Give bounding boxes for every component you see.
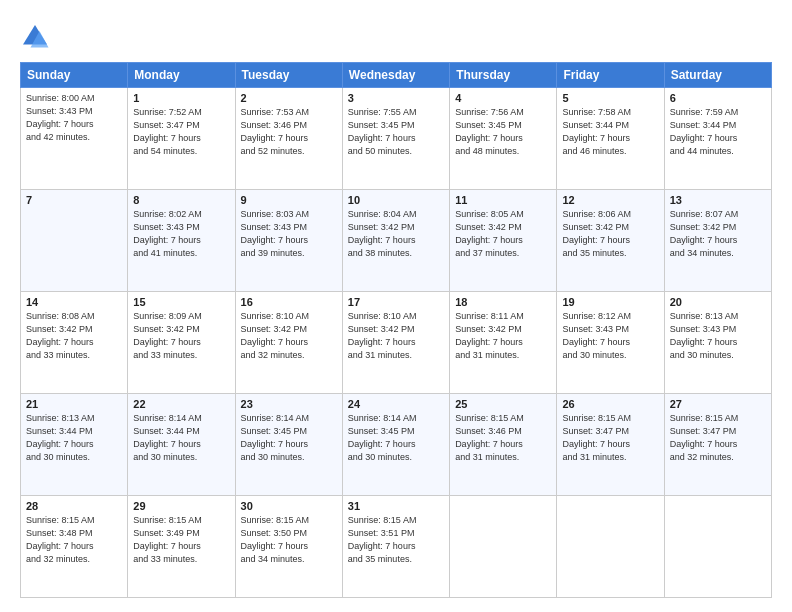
day-number: 10 — [348, 194, 444, 206]
day-number: 6 — [670, 92, 766, 104]
day-info: Sunrise: 8:14 AM Sunset: 3:45 PM Dayligh… — [241, 412, 337, 464]
calendar-cell: 19Sunrise: 8:12 AM Sunset: 3:43 PM Dayli… — [557, 292, 664, 394]
day-info: Sunrise: 8:00 AM Sunset: 3:43 PM Dayligh… — [26, 92, 122, 144]
day-number: 13 — [670, 194, 766, 206]
logo-icon — [20, 22, 50, 52]
calendar-cell: 6Sunrise: 7:59 AM Sunset: 3:44 PM Daylig… — [664, 88, 771, 190]
calendar-header-row: SundayMondayTuesdayWednesdayThursdayFrid… — [21, 63, 772, 88]
day-info: Sunrise: 7:58 AM Sunset: 3:44 PM Dayligh… — [562, 106, 658, 158]
header — [20, 18, 772, 52]
day-info: Sunrise: 8:03 AM Sunset: 3:43 PM Dayligh… — [241, 208, 337, 260]
calendar-week-row: Sunrise: 8:00 AM Sunset: 3:43 PM Dayligh… — [21, 88, 772, 190]
day-info: Sunrise: 8:14 AM Sunset: 3:44 PM Dayligh… — [133, 412, 229, 464]
day-info: Sunrise: 8:15 AM Sunset: 3:50 PM Dayligh… — [241, 514, 337, 566]
day-number: 25 — [455, 398, 551, 410]
calendar-cell: 10Sunrise: 8:04 AM Sunset: 3:42 PM Dayli… — [342, 190, 449, 292]
calendar-weekday: Tuesday — [235, 63, 342, 88]
day-info: Sunrise: 8:14 AM Sunset: 3:45 PM Dayligh… — [348, 412, 444, 464]
calendar-week-row: 78Sunrise: 8:02 AM Sunset: 3:43 PM Dayli… — [21, 190, 772, 292]
calendar-cell: 21Sunrise: 8:13 AM Sunset: 3:44 PM Dayli… — [21, 394, 128, 496]
day-info: Sunrise: 8:09 AM Sunset: 3:42 PM Dayligh… — [133, 310, 229, 362]
day-info: Sunrise: 8:15 AM Sunset: 3:47 PM Dayligh… — [670, 412, 766, 464]
day-number: 20 — [670, 296, 766, 308]
day-number: 9 — [241, 194, 337, 206]
day-info: Sunrise: 7:53 AM Sunset: 3:46 PM Dayligh… — [241, 106, 337, 158]
day-number: 18 — [455, 296, 551, 308]
day-number: 24 — [348, 398, 444, 410]
calendar-cell: 13Sunrise: 8:07 AM Sunset: 3:42 PM Dayli… — [664, 190, 771, 292]
day-info: Sunrise: 8:13 AM Sunset: 3:43 PM Dayligh… — [670, 310, 766, 362]
calendar-cell: 3Sunrise: 7:55 AM Sunset: 3:45 PM Daylig… — [342, 88, 449, 190]
calendar-weekday: Wednesday — [342, 63, 449, 88]
calendar-cell: 14Sunrise: 8:08 AM Sunset: 3:42 PM Dayli… — [21, 292, 128, 394]
calendar-cell: 2Sunrise: 7:53 AM Sunset: 3:46 PM Daylig… — [235, 88, 342, 190]
day-info: Sunrise: 8:12 AM Sunset: 3:43 PM Dayligh… — [562, 310, 658, 362]
calendar-cell: 7 — [21, 190, 128, 292]
day-info: Sunrise: 8:10 AM Sunset: 3:42 PM Dayligh… — [241, 310, 337, 362]
calendar-cell: 8Sunrise: 8:02 AM Sunset: 3:43 PM Daylig… — [128, 190, 235, 292]
calendar-weekday: Thursday — [450, 63, 557, 88]
calendar-weekday: Sunday — [21, 63, 128, 88]
day-number: 31 — [348, 500, 444, 512]
day-number: 1 — [133, 92, 229, 104]
day-number: 11 — [455, 194, 551, 206]
calendar-cell — [664, 496, 771, 598]
day-info: Sunrise: 8:11 AM Sunset: 3:42 PM Dayligh… — [455, 310, 551, 362]
day-info: Sunrise: 8:15 AM Sunset: 3:47 PM Dayligh… — [562, 412, 658, 464]
calendar-weekday: Friday — [557, 63, 664, 88]
calendar-cell: 17Sunrise: 8:10 AM Sunset: 3:42 PM Dayli… — [342, 292, 449, 394]
calendar-cell: 15Sunrise: 8:09 AM Sunset: 3:42 PM Dayli… — [128, 292, 235, 394]
day-number: 27 — [670, 398, 766, 410]
day-info: Sunrise: 8:05 AM Sunset: 3:42 PM Dayligh… — [455, 208, 551, 260]
day-number: 2 — [241, 92, 337, 104]
calendar-cell: 20Sunrise: 8:13 AM Sunset: 3:43 PM Dayli… — [664, 292, 771, 394]
day-info: Sunrise: 8:06 AM Sunset: 3:42 PM Dayligh… — [562, 208, 658, 260]
calendar-cell: 29Sunrise: 8:15 AM Sunset: 3:49 PM Dayli… — [128, 496, 235, 598]
calendar-cell: 9Sunrise: 8:03 AM Sunset: 3:43 PM Daylig… — [235, 190, 342, 292]
day-info: Sunrise: 8:10 AM Sunset: 3:42 PM Dayligh… — [348, 310, 444, 362]
day-number: 21 — [26, 398, 122, 410]
day-number: 30 — [241, 500, 337, 512]
day-info: Sunrise: 8:15 AM Sunset: 3:46 PM Dayligh… — [455, 412, 551, 464]
day-info: Sunrise: 7:56 AM Sunset: 3:45 PM Dayligh… — [455, 106, 551, 158]
calendar-week-row: 21Sunrise: 8:13 AM Sunset: 3:44 PM Dayli… — [21, 394, 772, 496]
logo — [20, 22, 54, 52]
day-info: Sunrise: 8:02 AM Sunset: 3:43 PM Dayligh… — [133, 208, 229, 260]
calendar-cell: 22Sunrise: 8:14 AM Sunset: 3:44 PM Dayli… — [128, 394, 235, 496]
day-number: 14 — [26, 296, 122, 308]
calendar-cell: 16Sunrise: 8:10 AM Sunset: 3:42 PM Dayli… — [235, 292, 342, 394]
calendar-cell: Sunrise: 8:00 AM Sunset: 3:43 PM Dayligh… — [21, 88, 128, 190]
calendar-cell — [557, 496, 664, 598]
calendar-cell: 11Sunrise: 8:05 AM Sunset: 3:42 PM Dayli… — [450, 190, 557, 292]
calendar-cell: 18Sunrise: 8:11 AM Sunset: 3:42 PM Dayli… — [450, 292, 557, 394]
calendar-cell: 28Sunrise: 8:15 AM Sunset: 3:48 PM Dayli… — [21, 496, 128, 598]
day-number: 26 — [562, 398, 658, 410]
calendar-week-row: 14Sunrise: 8:08 AM Sunset: 3:42 PM Dayli… — [21, 292, 772, 394]
day-info: Sunrise: 8:08 AM Sunset: 3:42 PM Dayligh… — [26, 310, 122, 362]
day-info: Sunrise: 8:04 AM Sunset: 3:42 PM Dayligh… — [348, 208, 444, 260]
calendar-cell: 24Sunrise: 8:14 AM Sunset: 3:45 PM Dayli… — [342, 394, 449, 496]
day-number: 23 — [241, 398, 337, 410]
day-number: 19 — [562, 296, 658, 308]
day-info: Sunrise: 8:15 AM Sunset: 3:49 PM Dayligh… — [133, 514, 229, 566]
calendar-cell — [450, 496, 557, 598]
calendar: SundayMondayTuesdayWednesdayThursdayFrid… — [20, 62, 772, 598]
calendar-cell: 25Sunrise: 8:15 AM Sunset: 3:46 PM Dayli… — [450, 394, 557, 496]
calendar-cell: 23Sunrise: 8:14 AM Sunset: 3:45 PM Dayli… — [235, 394, 342, 496]
day-number: 22 — [133, 398, 229, 410]
day-number: 29 — [133, 500, 229, 512]
calendar-weekday: Monday — [128, 63, 235, 88]
day-number: 7 — [26, 194, 122, 206]
day-info: Sunrise: 7:55 AM Sunset: 3:45 PM Dayligh… — [348, 106, 444, 158]
day-number: 5 — [562, 92, 658, 104]
calendar-cell: 31Sunrise: 8:15 AM Sunset: 3:51 PM Dayli… — [342, 496, 449, 598]
calendar-cell: 4Sunrise: 7:56 AM Sunset: 3:45 PM Daylig… — [450, 88, 557, 190]
calendar-cell: 1Sunrise: 7:52 AM Sunset: 3:47 PM Daylig… — [128, 88, 235, 190]
calendar-cell: 12Sunrise: 8:06 AM Sunset: 3:42 PM Dayli… — [557, 190, 664, 292]
calendar-cell: 27Sunrise: 8:15 AM Sunset: 3:47 PM Dayli… — [664, 394, 771, 496]
day-number: 12 — [562, 194, 658, 206]
calendar-weekday: Saturday — [664, 63, 771, 88]
calendar-cell: 30Sunrise: 8:15 AM Sunset: 3:50 PM Dayli… — [235, 496, 342, 598]
calendar-week-row: 28Sunrise: 8:15 AM Sunset: 3:48 PM Dayli… — [21, 496, 772, 598]
day-number: 8 — [133, 194, 229, 206]
